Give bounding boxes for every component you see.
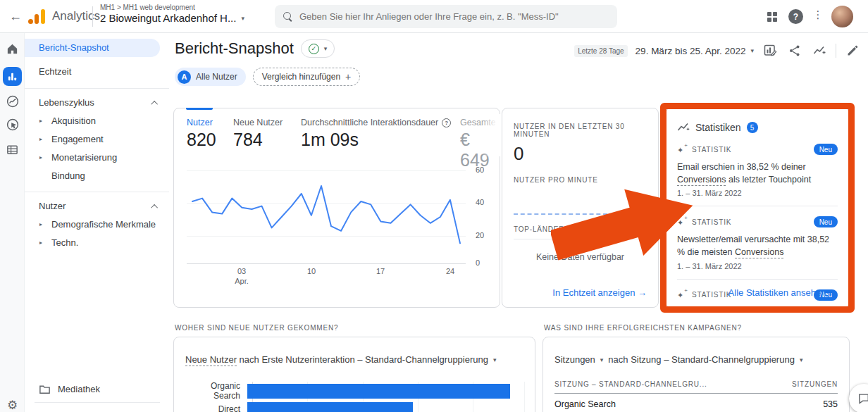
dimension-selector[interactable]: nach Sitzung – Standard-Channelgruppieru… [608, 354, 795, 365]
reports-icon[interactable] [3, 67, 22, 86]
view-all-insights-link[interactable]: Alle Statistiken ansehen → [728, 287, 838, 298]
sidebar-item-demografische-merkmale[interactable]: ▸Demografische Merkmale [25, 216, 169, 233]
search-bar[interactable] [275, 5, 617, 28]
insight-text: Newsletter/email verursachte mit 38,52 %… [677, 233, 839, 258]
segment-a-icon: A [178, 70, 191, 84]
realtime-value: 0 [514, 143, 647, 165]
customize-chart-icon[interactable] [762, 42, 779, 59]
statistik-kicker: STATISTIK [692, 146, 731, 154]
share-icon[interactable] [786, 42, 803, 59]
sidebar: Bericht-Snapshot Echtzeit Lebenszyklus ▸… [25, 33, 169, 412]
sidebar-item-realtime[interactable]: Echtzeit [25, 63, 169, 81]
date-range-picker[interactable]: 29. März bis 25. Apr. 2022 ▾ [636, 46, 754, 56]
sidebar-section-nutzer[interactable]: Nutzer [25, 198, 169, 215]
settings-gear-icon[interactable]: ⚙ [5, 398, 20, 412]
property-selector[interactable]: MH1 > MH1 web development 2 Bioweingut A… [100, 4, 244, 24]
chevron-up-icon [151, 204, 158, 211]
insights-title: Statistiken [695, 122, 741, 133]
breadcrumb: MH1 > MH1 web development [100, 4, 244, 11]
advertising-icon[interactable] [5, 117, 20, 132]
insight-item[interactable]: ✦+ STATISTIK Neu Newsletter/email verurs… [677, 216, 838, 279]
channel-bar [247, 384, 510, 399]
chevron-down-icon: ▾ [600, 356, 604, 363]
horizontal-bar-chart: Organic Search Direct [185, 382, 523, 412]
speech-bubble-icon [857, 392, 868, 405]
view-realtime-link[interactable]: In Echtzeit anzeigen → [552, 287, 647, 298]
sidebar-item-techn[interactable]: ▸Techn. [25, 234, 169, 251]
library-icon[interactable] [5, 142, 20, 157]
acquisition-section-label: WOHER SIND NEUE NUTZER GEKOMMEN? [175, 324, 338, 332]
bar-row-direct[interactable]: Direct [185, 400, 523, 412]
users-column: NUTZER [615, 225, 647, 233]
explore-icon[interactable] [5, 94, 20, 108]
overview-card: Nutzer 820 Neue Nutzer 784 Durchschnittl… [173, 108, 500, 308]
statistik-kicker: STATISTIK [692, 218, 731, 226]
empty-sparkline-placeholder [514, 213, 642, 215]
no-data-text: Keine Daten verfügbar [514, 252, 647, 262]
sidebar-item-snapshot[interactable]: Bericht-Snapshot [25, 39, 160, 57]
page-title: Bericht-Snapshot [175, 39, 294, 58]
more-menu-icon[interactable]: ⋮ [812, 8, 824, 24]
sidebar-item-bindung[interactable]: Bindung [25, 167, 169, 185]
sidebar-item-engagement[interactable]: ▸Engagement [25, 130, 169, 148]
sidebar-divider [25, 192, 169, 192]
daily-users-line-chart[interactable] [187, 108, 466, 277]
edit-pencil-icon[interactable] [844, 42, 861, 59]
y-tick: 60 [476, 166, 484, 174]
table-row[interactable]: Organic Search 535 [554, 394, 838, 412]
realtime-card: NUTZER IN DEN LETZTEN 30 MINUTEN 0 NUTZE… [502, 108, 659, 308]
home-icon[interactable] [5, 42, 20, 56]
insights-card: Statistiken 5 ✦+ STATISTIK Neu Email ers… [665, 108, 850, 308]
metric-selector[interactable]: Sitzungen [554, 354, 595, 365]
expand-arrow-icon[interactable]: ▸ [39, 112, 42, 130]
insight-divider [677, 279, 838, 280]
add-comparison-chip[interactable]: Vergleich hinzufügen + [253, 68, 361, 86]
insights-icon[interactable] [811, 42, 828, 59]
expand-arrow-icon[interactable]: ▸ [39, 234, 42, 251]
sidebar-section-lifecycle[interactable]: Lebenszyklus [25, 94, 169, 111]
sidebar-item-monetarisierung[interactable]: ▸Monetarisierung [25, 149, 169, 166]
channel-chart-title[interactable]: Neue Nutzer nach Erste Nutzerinteraktion… [185, 354, 523, 365]
feedback-button[interactable] [849, 384, 868, 412]
insight-text: Email erschien in 38,52 % deiner Convers… [677, 161, 839, 186]
folder-icon [39, 383, 51, 395]
apps-grid-icon[interactable] [767, 12, 777, 22]
chevron-down-icon: ▾ [324, 45, 328, 52]
chevron-down-icon: ▾ [241, 15, 244, 22]
users-per-minute-label: NUTZER PRO MINUTE [514, 176, 647, 184]
back-icon[interactable]: ← [7, 8, 24, 25]
neu-badge: Neu [814, 216, 838, 227]
app-header: ← Analytics MH1 > MH1 web development 2 … [0, 0, 868, 33]
top-countries-column: TOP-LÄNDER [514, 225, 564, 233]
bar-label: Organic Search [185, 381, 247, 401]
check-circle-icon: ✓ [309, 44, 319, 54]
chevron-down-icon: ▾ [493, 356, 497, 363]
all-users-chip[interactable]: A Alle Nutzer [175, 68, 246, 86]
x-tick: 24 [438, 267, 462, 277]
insight-date: 1. – 31. März 2022 [677, 262, 838, 270]
search-input[interactable] [299, 11, 609, 22]
sidebar-item-mediathek[interactable]: Mediathek [25, 380, 169, 398]
table-column-sessions: SITZUNGEN [792, 380, 838, 388]
channel-cell: Organic Search [554, 399, 616, 409]
sidebar-divider [35, 402, 160, 403]
help-icon[interactable]: ? [788, 9, 803, 24]
expand-arrow-icon[interactable]: ▸ [39, 130, 42, 148]
bar-row-organic-search[interactable]: Organic Search [185, 382, 523, 400]
insight-item[interactable]: ✦+ STATISTIK Neu Email erschien in 38,52… [677, 144, 838, 206]
y-tick: 40 [476, 198, 484, 206]
avatar[interactable] [831, 6, 853, 27]
sparkle-icon: ✦+ [677, 290, 687, 299]
sidebar-item-akquisition[interactable]: ▸Akquisition [25, 112, 169, 130]
new-users-channel-card: Neue Nutzer nach Erste Nutzerinteraktion… [173, 337, 535, 412]
chevron-down-icon: ▾ [750, 47, 754, 54]
expand-arrow-icon[interactable]: ▸ [39, 216, 42, 233]
sessions-table-card: Sitzungen ▾ nach Sitzung – Standard-Chan… [542, 337, 850, 412]
realtime-title: NUTZER IN DEN LETZTEN 30 MINUTEN [514, 123, 647, 138]
expand-arrow-icon[interactable]: ▸ [39, 149, 42, 166]
toolbar-divider [836, 44, 836, 58]
sparkle-icon: ✦+ [677, 145, 687, 154]
neu-badge: Neu [814, 144, 838, 155]
plus-icon: + [345, 71, 351, 82]
report-status-dropdown[interactable]: ✓ ▾ [301, 39, 335, 58]
